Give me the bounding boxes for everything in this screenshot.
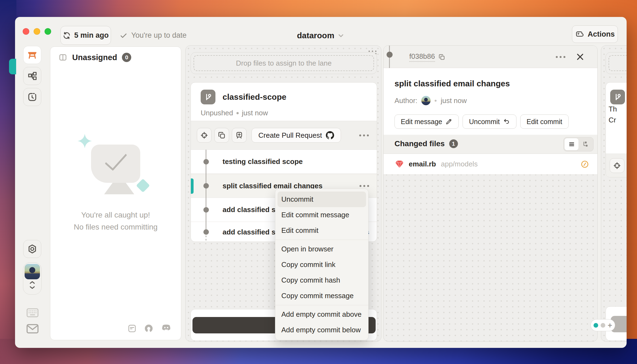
commit-dot bbox=[203, 183, 209, 189]
commit-dot bbox=[203, 207, 209, 213]
changelog-icon[interactable] bbox=[127, 324, 137, 333]
menu-item-copy-commit-hash[interactable]: Copy commit hash bbox=[275, 272, 368, 288]
project-name: dataroom bbox=[297, 31, 334, 40]
menu-item-edit-commit[interactable]: Edit commit bbox=[275, 223, 368, 238]
branch-icon bbox=[610, 90, 625, 104]
sidebar-item-branches[interactable] bbox=[23, 67, 41, 85]
commit-message: add classified sc bbox=[223, 228, 279, 236]
settings-icon bbox=[27, 244, 37, 254]
commit-dot bbox=[203, 229, 209, 235]
modified-status-icon bbox=[580, 160, 589, 169]
commit-dot bbox=[387, 52, 393, 58]
avatar bbox=[25, 264, 40, 279]
settings-button[interactable] bbox=[23, 240, 41, 258]
sidebar-item-workspace[interactable] bbox=[23, 46, 41, 64]
unassigned-count-badge: 0 bbox=[122, 53, 131, 62]
mail-icon bbox=[26, 324, 39, 334]
list-icon bbox=[568, 141, 575, 148]
commit-hash-link[interactable]: f038b86 bbox=[409, 52, 435, 62]
square-plus-icon bbox=[235, 131, 243, 139]
lane-drop-zone[interactable] bbox=[606, 52, 627, 74]
lane-drop-zone[interactable]: Drop files to assign to the lane bbox=[191, 52, 377, 74]
app-window: 5 min ago You're up to date dataroom Act… bbox=[15, 17, 627, 348]
commit-graph-base bbox=[206, 236, 206, 242]
create-pr-button[interactable]: Create Pull Request bbox=[252, 128, 341, 143]
menu-item-edit-commit-message[interactable]: Edit commit message bbox=[275, 207, 368, 223]
uncommit-button[interactable]: Uncommit bbox=[463, 115, 516, 129]
file-name: email.rb bbox=[409, 160, 436, 168]
next-branch-card[interactable]: Th Cr bbox=[606, 82, 627, 177]
empty-line2: No files need committing bbox=[74, 221, 158, 233]
close-icon[interactable] bbox=[575, 52, 585, 62]
sidebar-item-history[interactable] bbox=[23, 88, 41, 106]
tree-view-button[interactable] bbox=[578, 138, 592, 150]
github-icon bbox=[326, 131, 334, 139]
unassigned-panel: Unassigned 0 You're all caught up! No fi… bbox=[50, 46, 181, 340]
undo-icon bbox=[503, 118, 510, 125]
truncated-text: Th bbox=[609, 105, 617, 113]
add-lane-button[interactable]: + bbox=[608, 323, 612, 328]
actions-label: Actions bbox=[588, 30, 615, 39]
branch-header[interactable]: classified-scope bbox=[201, 90, 286, 104]
pencil-icon bbox=[445, 118, 452, 125]
menu-item-uncommit[interactable]: Uncommit bbox=[277, 192, 366, 207]
branch-toolbar: Create Pull Request bbox=[191, 121, 377, 150]
menu-item-add-empty-commit-below[interactable]: Add empty commit below bbox=[275, 322, 368, 338]
changed-files-count-badge: 1 bbox=[449, 139, 458, 148]
empty-state: You're all caught up! No files need comm… bbox=[50, 137, 181, 233]
pager-dot-active[interactable] bbox=[594, 323, 598, 328]
target-branch-button[interactable] bbox=[610, 158, 624, 173]
menu-item-copy-commit-message[interactable]: Copy commit message bbox=[275, 288, 368, 304]
commit-row[interactable]: testing classified scope bbox=[191, 150, 377, 174]
project-switcher[interactable]: dataroom bbox=[15, 26, 627, 45]
workspace-icon bbox=[27, 50, 37, 60]
copy-branch-button[interactable] bbox=[214, 128, 229, 143]
branch-icon bbox=[201, 90, 215, 104]
commit-detail-header: f038b86 bbox=[384, 46, 597, 68]
commit-context-menu: Uncommit Edit commit message Edit commit… bbox=[275, 189, 369, 340]
open-source-icon[interactable] bbox=[144, 324, 154, 333]
menu-item-open-in-browser[interactable]: Open in browser bbox=[275, 241, 368, 257]
assign-files-button[interactable] bbox=[232, 128, 247, 143]
branch-time: just now bbox=[242, 109, 268, 117]
create-pr-label: Create Pull Request bbox=[258, 131, 322, 140]
menu-separator bbox=[275, 240, 368, 240]
commit-title: split classified email changes bbox=[395, 79, 510, 88]
changed-file-row[interactable]: email.rb app/models bbox=[384, 154, 597, 175]
workspace-edge-tab[interactable] bbox=[9, 59, 16, 74]
author-avatar bbox=[421, 96, 431, 105]
copy-hash-icon[interactable] bbox=[438, 54, 445, 61]
chevron-down-icon bbox=[337, 32, 345, 39]
target-branch-button[interactable] bbox=[197, 128, 212, 143]
edit-commit-button[interactable]: Edit commit bbox=[520, 115, 569, 129]
desktop: 5 min ago You're up to date dataroom Act… bbox=[0, 0, 637, 364]
copy-icon bbox=[218, 131, 226, 139]
edit-message-button[interactable]: Edit message bbox=[395, 115, 459, 129]
commit-dot bbox=[203, 159, 209, 165]
commit-message: testing classified scope bbox=[223, 157, 303, 166]
discord-icon[interactable] bbox=[161, 324, 172, 333]
drop-hint-text: Drop files to assign to the lane bbox=[236, 59, 332, 67]
author-label: Author: bbox=[395, 96, 417, 105]
keyboard-shortcuts-button[interactable] bbox=[26, 308, 39, 318]
branches-icon bbox=[27, 71, 37, 81]
list-view-button[interactable] bbox=[565, 138, 578, 150]
selected-indicator bbox=[191, 178, 194, 194]
branch-name: classified-scope bbox=[223, 90, 286, 104]
pager-dot[interactable] bbox=[601, 323, 605, 328]
branch-menu-button[interactable] bbox=[357, 128, 371, 142]
menu-item-copy-commit-link[interactable]: Copy commit link bbox=[275, 257, 368, 272]
branch-push-state: Unpushed bbox=[201, 109, 233, 117]
unassigned-title: Unassigned bbox=[72, 53, 117, 62]
changed-files-header: Changed files 1 bbox=[384, 135, 597, 154]
commit-detail-body: split classified email changes Author: •… bbox=[384, 68, 597, 135]
empty-illustration bbox=[80, 137, 151, 200]
lane-pager: + bbox=[591, 319, 615, 331]
profile-switcher[interactable] bbox=[23, 262, 42, 295]
file-view-toggle bbox=[563, 137, 594, 151]
menu-item-add-empty-commit-above[interactable]: Add empty commit above bbox=[275, 307, 368, 322]
actions-sparkle-icon bbox=[575, 30, 584, 39]
detail-menu-button[interactable] bbox=[554, 50, 567, 64]
actions-button[interactable]: Actions bbox=[572, 25, 618, 43]
newsletter-button[interactable] bbox=[26, 324, 39, 334]
